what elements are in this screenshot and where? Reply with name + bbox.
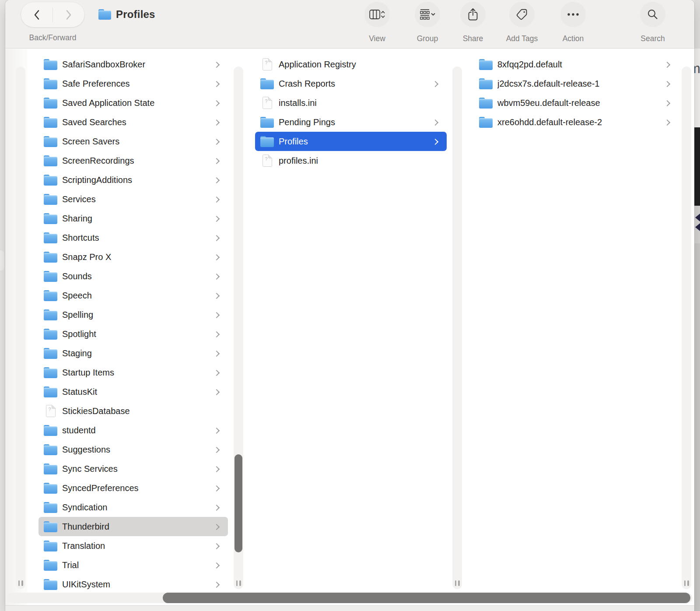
list-item[interactable]: Speech	[38, 286, 228, 305]
icon-slot	[44, 424, 57, 437]
chevron-right-icon	[214, 562, 220, 568]
list-item[interactable]: Translation	[38, 536, 228, 555]
icon-slot	[44, 347, 57, 360]
column-resize-handle[interactable]	[452, 580, 462, 586]
list-item[interactable]: ScreenRecordings	[38, 151, 228, 170]
search-icon	[647, 9, 658, 20]
chevron-right-icon	[214, 254, 220, 260]
chevron-right-icon	[665, 119, 670, 125]
list-item[interactable]: Snapz Pro X	[38, 247, 228, 267]
column-scrollbar[interactable]	[16, 67, 25, 589]
horizontal-scrollbar[interactable]	[7, 593, 692, 603]
background-strip: m	[694, 49, 700, 127]
icon-slot	[44, 154, 57, 167]
column-scrollbar[interactable]	[452, 67, 462, 589]
list-item[interactable]: wbvm59eu.default-release	[474, 93, 679, 112]
item-label: Trial	[62, 560, 79, 570]
icon-slot	[44, 539, 57, 552]
folder-icon	[44, 579, 57, 590]
list-item[interactable]: Syndication	[38, 498, 228, 517]
screen: m Back/Forward	[0, 0, 700, 611]
folder-icon	[44, 560, 57, 571]
list-item[interactable]: 8xfqq2pd.default	[474, 55, 679, 74]
list-item[interactable]: Safe Preferences	[38, 74, 228, 93]
item-label: Startup Items	[62, 368, 114, 378]
finder-window: Back/Forward Profiles View	[5, 0, 694, 611]
item-label: Syndication	[62, 502, 107, 513]
list-item[interactable]: Startup Items	[38, 363, 228, 382]
list-item[interactable]: Saved Application State	[38, 93, 228, 112]
list-item[interactable]: studentd	[38, 421, 228, 440]
icon-slot	[260, 135, 274, 148]
icon-slot	[44, 520, 57, 533]
icon-slot	[44, 212, 57, 225]
column-resize-handle[interactable]	[16, 580, 25, 586]
list-item[interactable]: Thunderbird	[38, 517, 228, 536]
forward-button[interactable]	[53, 2, 84, 27]
list-item[interactable]: Saved Searches	[38, 112, 228, 132]
list-item[interactable]: Suggestions	[38, 440, 228, 459]
list-item[interactable]: Shortcuts	[38, 228, 228, 247]
folder-icon	[44, 464, 57, 474]
list-item[interactable]: Pending Pings	[255, 112, 447, 132]
list-item[interactable]: Crash Reports	[255, 74, 447, 93]
column-view-icon	[369, 9, 385, 20]
folder-icon	[260, 136, 274, 147]
item-label: Profiles	[279, 137, 308, 147]
list-item[interactable]: installs.ini	[255, 93, 447, 112]
list-item[interactable]: UIKitSystem	[38, 575, 228, 594]
icon-slot	[479, 58, 493, 71]
list-item[interactable]: SafariSandboxBroker	[38, 55, 228, 74]
view-button[interactable]: View	[364, 2, 390, 27]
list-item[interactable]: ScriptingAdditions	[38, 170, 228, 190]
horizontal-scrollbar-thumb[interactable]	[163, 593, 690, 603]
list-item[interactable]: Services	[38, 190, 228, 209]
list-item[interactable]: Profiles	[255, 132, 447, 151]
folder-icon	[44, 252, 57, 263]
icon-slot	[44, 327, 57, 341]
chevron-right-icon	[433, 81, 438, 86]
window-title-text: Profiles	[116, 8, 155, 21]
window-bottom-edge	[5, 605, 694, 611]
list-item[interactable]: Trial	[38, 555, 228, 575]
list-item[interactable]: SyncedPreferences	[38, 478, 228, 498]
list-item[interactable]: Staging	[38, 344, 228, 363]
chevron-right-icon	[214, 81, 220, 86]
back-button[interactable]	[21, 2, 52, 27]
list-item[interactable]: Sounds	[38, 267, 228, 286]
column-scrollbar[interactable]	[682, 67, 691, 589]
list-item[interactable]: Sync Services	[38, 459, 228, 478]
column-resize-handle[interactable]	[234, 580, 243, 586]
item-label: Speech	[62, 291, 92, 301]
list-item[interactable]: Screen Savers	[38, 132, 228, 151]
search-button[interactable]: Search	[640, 2, 665, 27]
list-item[interactable]: Application Registry	[255, 55, 447, 74]
share-button[interactable]: Share	[460, 2, 486, 27]
chevron-right-icon	[665, 62, 670, 67]
group-button[interactable]: Group	[415, 2, 440, 27]
column-resize-handle[interactable]	[682, 580, 691, 586]
icon-slot	[479, 116, 493, 129]
scrollbar-thumb[interactable]	[234, 454, 242, 552]
column-profiles: 8xfqq2pd.default j2dcsx7s.default-releas…	[462, 49, 694, 611]
folder-icon	[44, 78, 57, 89]
list-item[interactable]: Spotlight	[38, 324, 228, 344]
list-item[interactable]: profiles.ini	[255, 151, 447, 170]
folder-icon	[44, 521, 57, 532]
list-item[interactable]: Sharing	[38, 209, 228, 228]
list-item[interactable]: Spelling	[38, 305, 228, 324]
action-button[interactable]: Action	[560, 2, 586, 27]
list-item[interactable]: xre6ohdd.default-release-2	[474, 112, 679, 132]
add-tags-button[interactable]: Add Tags	[509, 2, 535, 27]
item-label: Translation	[62, 541, 105, 551]
chevron-right-icon	[214, 119, 220, 125]
background-chevron-icon	[695, 214, 700, 221]
folder-icon	[44, 502, 57, 513]
list-item[interactable]: j2dcsx7s.default-release-1	[474, 74, 679, 93]
column-scrollbar[interactable]	[234, 67, 243, 589]
list-item[interactable]: StatusKit	[38, 382, 228, 401]
item-label: Crash Reports	[279, 79, 335, 89]
list-item[interactable]: StickiesDatabase	[38, 401, 228, 421]
item-label: Application Registry	[279, 60, 356, 70]
item-label: Safe Preferences	[62, 79, 130, 89]
